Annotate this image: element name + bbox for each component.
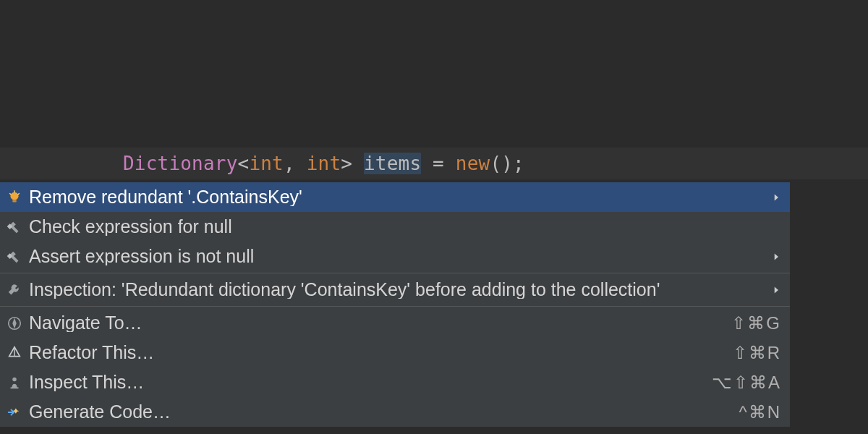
menu-item-label: Refactor This… (29, 344, 727, 362)
menu-item-shortcut: ⌥⇧⌘A (712, 374, 781, 391)
submenu-arrow-icon (771, 191, 781, 204)
wrench-icon (6, 281, 23, 299)
context-actions-popup[interactable]: Remove redundant '.ContainsKey'Check exp… (0, 182, 790, 427)
menu-item[interactable]: Assert expression is not null (0, 242, 790, 271)
menu-separator (0, 273, 790, 273)
lightbulb-icon (6, 189, 23, 206)
token-type: Dictionary (123, 153, 238, 174)
menu-item-label: Inspection: 'Redundant dictionary 'Conta… (29, 281, 765, 299)
prism-icon (6, 344, 23, 362)
menu-item[interactable]: Refactor This…⇧⌘R (0, 338, 790, 367)
menu-item-label: Check expression for null (29, 218, 781, 236)
menu-item-shortcut: ^⌘N (739, 404, 781, 421)
menu-item[interactable]: Inspect This…⌥⇧⌘A (0, 367, 790, 397)
token-kw: int (249, 153, 284, 174)
hammer-icon (6, 248, 23, 265)
menu-item[interactable]: Inspection: 'Redundant dictionary 'Conta… (0, 275, 790, 305)
submenu-arrow-icon (771, 250, 781, 263)
token-punct: , (284, 153, 307, 174)
menu-item-label: Remove redundant '.ContainsKey' (29, 188, 765, 206)
generate-icon (6, 404, 23, 421)
menu-item-label: Inspect This… (29, 373, 706, 391)
menu-item[interactable]: Check expression for null (0, 212, 790, 242)
menu-item-label: Assert expression is not null (29, 247, 765, 265)
menu-item-label: Generate Code… (29, 403, 733, 421)
menu-item-label: Navigate To… (29, 314, 726, 332)
token-kw: int (307, 153, 341, 174)
menu-item-shortcut: ⇧⌘G (731, 315, 781, 332)
compass-icon (6, 315, 23, 332)
menu-item[interactable]: Navigate To…⇧⌘G (0, 308, 790, 338)
hammer-icon (6, 218, 23, 236)
token-op: = (421, 153, 456, 174)
token-punct: < (238, 153, 250, 174)
pawn-icon (6, 374, 23, 391)
submenu-arrow-icon (771, 284, 781, 297)
token-punct: > (341, 153, 364, 174)
code-line: Dictionary<int, int> items = new(); (123, 148, 868, 179)
token-field-highlighted: items (364, 153, 421, 174)
menu-separator (0, 306, 790, 307)
menu-item-shortcut: ⇧⌘R (733, 344, 781, 362)
menu-item[interactable]: Generate Code…^⌘N (0, 397, 790, 427)
menu-item[interactable]: Remove redundant '.ContainsKey' (0, 182, 790, 212)
token-kw: new (456, 153, 490, 174)
token-punct: (); (490, 153, 524, 174)
